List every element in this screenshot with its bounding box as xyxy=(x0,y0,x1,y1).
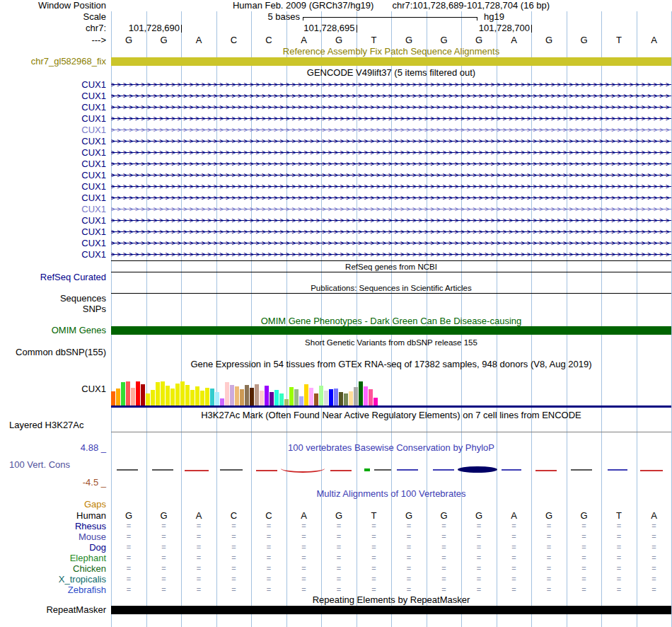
multiz-species-row[interactable]: Mouse================ xyxy=(0,531,672,542)
multiz-species-row[interactable]: Chicken================ xyxy=(0,563,672,574)
gtex-tissue-bar[interactable] xyxy=(156,382,160,405)
gtex-tissue-bar[interactable] xyxy=(215,392,219,405)
gencode-item-label[interactable]: CUX1 xyxy=(0,147,106,159)
multiz-species-row[interactable]: Zebrafish================ xyxy=(0,585,672,595)
species-label[interactable]: X_tropicalis xyxy=(0,574,106,585)
gencode-transcript[interactable]: >>>>>>>>>>>>>>>>>>>>>>>>>>>>>>>>>>>>>>>>… xyxy=(111,113,671,125)
refseq-title[interactable]: RefSeq genes from NCBI xyxy=(111,262,671,272)
multiz-species-row[interactable]: Elephant================ xyxy=(0,553,672,563)
gtex-tissue-bar[interactable] xyxy=(185,385,190,405)
gencode-transcript[interactable]: >>>>>>>>>>>>>>>>>>>>>>>>>>>>>>>>>>>>>>>>… xyxy=(111,170,671,181)
gtex-tissue-bar[interactable] xyxy=(151,390,155,405)
gtex-tissue-bar[interactable] xyxy=(195,386,199,405)
gtex-title[interactable]: Gene Expression in 54 tissues from GTEx … xyxy=(111,359,671,369)
gtex-tissue-bar[interactable] xyxy=(339,392,343,405)
fix-patch-title[interactable]: Reference Assembly Fix Patch Sequence Al… xyxy=(111,47,671,57)
fix-patch-bar[interactable] xyxy=(111,57,671,66)
species-label[interactable]: Elephant xyxy=(0,553,106,563)
h3k27ac-label[interactable]: Layered H3K27Ac xyxy=(0,420,212,430)
gtex-tissue-bar[interactable] xyxy=(324,391,328,405)
multiz-title[interactable]: Multiz Alignments of 100 Vertebrates xyxy=(111,489,671,499)
gencode-transcript[interactable]: >>>>>>>>>>>>>>>>>>>>>>>>>>>>>>>>>>>>>>>>… xyxy=(111,238,671,249)
gencode-item-label[interactable]: CUX1 xyxy=(0,159,106,170)
gtex-tissue-bar[interactable] xyxy=(344,393,348,405)
gencode-item-label[interactable]: CUX1 xyxy=(0,125,106,136)
gtex-tissue-bar[interactable] xyxy=(279,393,284,405)
gencode-transcript[interactable]: >>>>>>>>>>>>>>>>>>>>>>>>>>>>>>>>>>>>>>>>… xyxy=(111,147,671,159)
gencode-item-label[interactable]: CUX1 xyxy=(0,136,106,147)
gtex-tissue-bar[interactable] xyxy=(161,381,165,405)
publications-title[interactable]: Publications: Sequences in Scientific Ar… xyxy=(111,283,671,293)
gtex-tissue-bar[interactable] xyxy=(329,389,333,405)
fix-patch-label[interactable]: chr7_gl582968_fix xyxy=(0,56,106,67)
multiz-human-row[interactable]: Human GGACCAGTGGGAGGTA xyxy=(0,510,672,521)
gtex-tissue-bar[interactable] xyxy=(190,390,195,405)
gencode-item-label[interactable]: CUX1 xyxy=(0,181,106,192)
repeatmasker-bar[interactable] xyxy=(111,606,671,614)
gtex-tissue-bar[interactable] xyxy=(250,388,254,405)
multiz-species-row[interactable]: Rhesus================ xyxy=(0,521,672,531)
gtex-tissue-bar[interactable] xyxy=(359,381,363,405)
gtex-tissue-bar[interactable] xyxy=(175,384,180,405)
gtex-tissue-bar[interactable] xyxy=(364,386,368,405)
gtex-tissue-bar[interactable] xyxy=(319,386,323,405)
gtex-tissue-bar[interactable] xyxy=(146,393,150,405)
gtex-tissue-bar[interactable] xyxy=(294,389,299,405)
gtex-tissue-bar[interactable] xyxy=(131,388,135,405)
gtex-tissue-bar[interactable] xyxy=(349,391,353,405)
gtex-tissue-bar[interactable] xyxy=(166,386,170,405)
dbsnp-label[interactable]: Common dbSNP(155) xyxy=(0,347,106,357)
multiz-species-row[interactable]: X_tropicalis================ xyxy=(0,574,672,585)
gtex-tissue-bar[interactable] xyxy=(255,384,259,405)
gtex-tissue-bar[interactable] xyxy=(205,388,209,405)
gtex-tissue-bar[interactable] xyxy=(121,382,125,405)
gencode-item-label[interactable]: CUX1 xyxy=(0,204,106,215)
gencode-transcript[interactable]: >>>>>>>>>>>>>>>>>>>>>>>>>>>>>>>>>>>>>>>>… xyxy=(111,125,671,136)
omim-genes-label[interactable]: OMIM Genes xyxy=(0,326,106,335)
gencode-item-label[interactable]: CUX1 xyxy=(0,91,106,102)
species-label[interactable]: Chicken xyxy=(0,563,106,574)
gtex-tissue-bar[interactable] xyxy=(210,389,214,405)
gtex-tissue-bar[interactable] xyxy=(369,389,373,405)
gtex-tissue-bar[interactable] xyxy=(225,382,229,405)
gencode-transcript[interactable]: >>>>>>>>>>>>>>>>>>>>>>>>>>>>>>>>>>>>>>>>… xyxy=(111,249,671,260)
omim-bar[interactable] xyxy=(111,326,671,335)
gtex-tissue-bar[interactable] xyxy=(304,384,308,405)
gencode-item-label[interactable]: CUX1 xyxy=(0,249,106,260)
gencode-item-label[interactable]: CUX1 xyxy=(0,102,106,113)
gtex-tissue-bar[interactable] xyxy=(314,393,318,405)
gtex-tissue-bar[interactable] xyxy=(309,388,313,405)
gtex-tissue-bar[interactable] xyxy=(265,386,269,405)
gtex-tissue-bar[interactable] xyxy=(116,389,120,405)
gtex-tissue-bar[interactable] xyxy=(200,391,204,405)
omim-title[interactable]: OMIM Gene Phenotypes - Dark Green Can Be… xyxy=(111,316,671,326)
species-label[interactable]: Rhesus xyxy=(0,521,106,531)
snps-label[interactable]: SNPs xyxy=(0,304,106,314)
gtex-tissue-bar[interactable] xyxy=(111,391,115,405)
multiz-species-row[interactable]: Dog================ xyxy=(0,542,672,553)
gencode-transcript[interactable]: >>>>>>>>>>>>>>>>>>>>>>>>>>>>>>>>>>>>>>>>… xyxy=(111,192,671,204)
gtex-tissue-bar[interactable] xyxy=(126,381,130,405)
species-label[interactable]: Dog xyxy=(0,542,106,553)
gencode-item-label[interactable]: CUX1 xyxy=(0,192,106,204)
dbsnp-title[interactable]: Short Genetic Variants from dbSNP releas… xyxy=(111,338,671,347)
species-label[interactable]: Mouse xyxy=(0,531,106,542)
gencode-transcript[interactable]: >>>>>>>>>>>>>>>>>>>>>>>>>>>>>>>>>>>>>>>>… xyxy=(111,215,671,226)
gtex-tissue-bar[interactable] xyxy=(141,384,145,405)
gencode-item-label[interactable]: CUX1 xyxy=(0,113,106,125)
gtex-tissue-bar[interactable] xyxy=(220,398,224,405)
gtex-tissue-bar[interactable] xyxy=(274,390,279,405)
repeatmasker-label[interactable]: RepeatMasker xyxy=(0,605,106,615)
phylop-title[interactable]: 100 vertebrates Basewise Conservation by… xyxy=(111,443,671,453)
phylop-marks[interactable] xyxy=(111,459,671,480)
gtex-tissue-bar[interactable] xyxy=(260,391,264,405)
gencode-item-label[interactable]: CUX1 xyxy=(0,170,106,181)
gencode-transcript[interactable]: >>>>>>>>>>>>>>>>>>>>>>>>>>>>>>>>>>>>>>>>… xyxy=(111,102,671,113)
gtex-tissue-bar[interactable] xyxy=(136,381,140,405)
gencode-transcript[interactable]: >>>>>>>>>>>>>>>>>>>>>>>>>>>>>>>>>>>>>>>>… xyxy=(111,226,671,238)
gencode-transcript[interactable]: >>>>>>>>>>>>>>>>>>>>>>>>>>>>>>>>>>>>>>>>… xyxy=(111,136,671,147)
gencode-item-label[interactable]: CUX1 xyxy=(0,226,106,238)
gtex-tissue-bar[interactable] xyxy=(245,385,249,405)
gtex-tissue-bar[interactable] xyxy=(240,389,244,405)
gtex-tissue-bar[interactable] xyxy=(299,396,303,405)
